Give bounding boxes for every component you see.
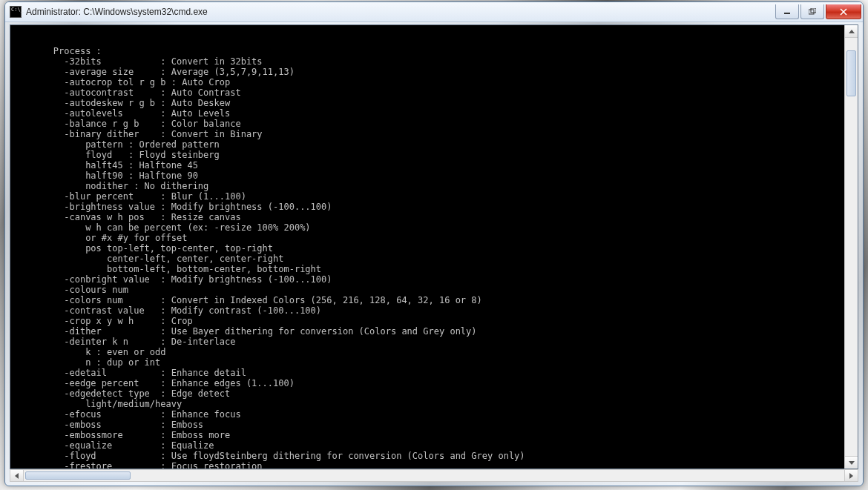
- titlebar[interactable]: Administrator: C:\Windows\system32\cmd.e…: [5, 2, 863, 22]
- console-output[interactable]: Process : -32bits : Convert in 32bits -a…: [10, 34, 844, 460]
- scroll-left-button[interactable]: [10, 470, 24, 481]
- scroll-up-button[interactable]: [845, 25, 858, 38]
- close-button[interactable]: [826, 4, 861, 19]
- window-title: Administrator: C:\Windows\system32\cmd.e…: [26, 7, 775, 17]
- horizontal-scroll-thumb[interactable]: [25, 471, 131, 480]
- scroll-down-button[interactable]: [845, 456, 858, 469]
- cmd-icon: [10, 6, 22, 18]
- cmd-window: Administrator: C:\Windows\system32\cmd.e…: [4, 1, 864, 486]
- chevron-left-icon: [15, 473, 19, 479]
- maximize-icon: [809, 8, 816, 16]
- window-controls: [775, 4, 861, 19]
- minimize-icon: [783, 8, 791, 16]
- vertical-scroll-thumb[interactable]: [846, 50, 856, 96]
- chevron-down-icon: [849, 461, 855, 465]
- chevron-up-icon: [849, 30, 855, 33]
- chevron-right-icon: [849, 473, 853, 479]
- svg-rect-0: [784, 13, 790, 14]
- close-icon: [839, 8, 848, 16]
- maximize-button[interactable]: [800, 4, 824, 19]
- vertical-scrollbar[interactable]: [844, 25, 858, 469]
- scroll-right-button[interactable]: [844, 470, 858, 481]
- client-area: Process : -32bits : Convert in 32bits -a…: [10, 24, 858, 469]
- minimize-button[interactable]: [775, 4, 799, 19]
- horizontal-scrollbar[interactable]: [10, 469, 858, 482]
